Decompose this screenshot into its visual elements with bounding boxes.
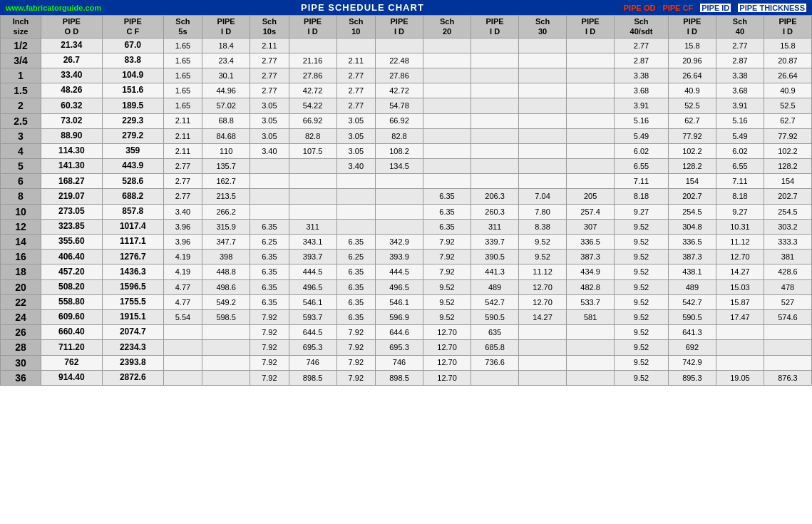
data-cell: 3.05 — [336, 128, 375, 143]
data-cell — [289, 174, 336, 189]
data-cell — [567, 340, 615, 355]
data-cell: 304.8 — [668, 219, 716, 234]
table-row: 6168.27528.62.77162.77.111547.11154 — [1, 174, 812, 189]
data-cell: 3.05 — [336, 143, 375, 158]
data-cell: 9.52 — [615, 355, 669, 370]
data-cell: 496.5 — [376, 279, 423, 294]
data-cell: 11.12 — [519, 264, 567, 279]
table-row: 22558.801755.54.77549.26.35546.16.35546.… — [1, 294, 812, 309]
pipe-cf-cell: 279.2 — [102, 128, 163, 143]
data-cell: 205 — [567, 189, 615, 204]
data-cell: 15.03 — [716, 279, 764, 294]
header-row: Inchsize PIPEO D PIPEC F Sch5s PIPEI D S… — [1, 16, 812, 38]
data-cell — [567, 159, 615, 174]
data-cell: 1.65 — [163, 68, 202, 83]
data-cell: 7.92 — [250, 340, 289, 355]
data-cell: 257.4 — [567, 204, 615, 219]
data-cell: 2.77 — [336, 98, 375, 113]
pipe-cf-label: PIPE CF — [662, 4, 693, 12]
data-cell: 20.96 — [668, 53, 716, 68]
data-cell: 18.4 — [202, 38, 250, 53]
data-cell: 3.40 — [250, 143, 289, 158]
data-cell: 3.40 — [163, 204, 202, 219]
data-cell: 311 — [471, 219, 519, 234]
data-cell: 496.5 — [289, 279, 336, 294]
data-cell — [250, 159, 289, 174]
data-cell: 444.5 — [289, 264, 336, 279]
header-sch-10s: Sch10s — [250, 16, 289, 38]
data-cell: 21.16 — [289, 53, 336, 68]
inch-cell: 22 — [1, 294, 41, 309]
data-cell: 303.2 — [764, 219, 811, 234]
data-cell: 549.2 — [202, 294, 250, 309]
pipe-cf-cell: 83.8 — [102, 53, 163, 68]
data-cell: 10.31 — [716, 219, 764, 234]
data-cell: 9.52 — [615, 370, 669, 385]
data-cell: 593.7 — [289, 309, 336, 324]
pipe-thickness-label: PIPE THICKNESS — [738, 4, 806, 12]
data-cell: 6.35 — [250, 294, 289, 309]
data-cell: 2.77 — [615, 38, 669, 53]
pipe-cf-cell: 2872.6 — [102, 370, 163, 385]
data-cell — [423, 143, 471, 158]
data-cell: 746 — [289, 355, 336, 370]
data-cell: 7.92 — [250, 370, 289, 385]
inch-cell: 1 — [1, 68, 41, 83]
data-cell: 3.05 — [250, 113, 289, 128]
data-cell: 6.35 — [423, 219, 471, 234]
data-cell — [519, 128, 567, 143]
data-cell: 6.35 — [336, 309, 375, 324]
table-row: 28711.202234.37.92695.37.92695.312.70685… — [1, 340, 812, 355]
top-bar: www.fabricatorguide.com PIPE SCHEDULE CH… — [0, 0, 812, 15]
data-cell: 574.6 — [764, 309, 811, 324]
data-cell: 489 — [668, 279, 716, 294]
data-cell: 260.3 — [471, 204, 519, 219]
pipe-cf-cell: 1755.5 — [102, 294, 163, 309]
data-cell: 202.7 — [764, 189, 811, 204]
data-cell: 12.70 — [423, 355, 471, 370]
inch-cell: 36 — [1, 370, 41, 385]
pipe-od-cell: 406.40 — [41, 250, 102, 264]
data-cell: 2.87 — [615, 53, 669, 68]
data-cell — [567, 68, 615, 83]
inch-cell: 16 — [1, 250, 41, 264]
data-cell: 542.7 — [668, 294, 716, 309]
data-cell: 441.3 — [471, 264, 519, 279]
pipe-cf-cell: 1596.5 — [102, 279, 163, 294]
data-cell — [250, 174, 289, 189]
pipe-cf-cell: 2393.8 — [102, 355, 163, 370]
pipe-cf-cell: 1017.4 — [102, 219, 163, 234]
header-pipe-id-10: PIPEI D — [376, 16, 423, 38]
data-cell — [567, 143, 615, 158]
data-cell: 12.70 — [519, 279, 567, 294]
data-cell: 6.02 — [716, 143, 764, 158]
data-cell — [163, 325, 202, 340]
data-cell: 154 — [668, 174, 716, 189]
pipe-cf-cell: 528.6 — [102, 174, 163, 189]
data-cell: 9.27 — [716, 204, 764, 219]
data-cell: 7.92 — [336, 325, 375, 340]
data-cell: 333.3 — [764, 235, 811, 250]
data-cell: 3.91 — [615, 98, 669, 113]
data-cell: 3.38 — [716, 68, 764, 83]
table-row: 8219.07688.22.77213.56.35206.37.042058.1… — [1, 189, 812, 204]
data-cell: 6.35 — [336, 264, 375, 279]
data-cell: 9.52 — [423, 294, 471, 309]
data-cell — [471, 38, 519, 53]
data-cell: 7.92 — [423, 250, 471, 264]
data-cell: 311 — [289, 219, 336, 234]
data-cell: 7.92 — [250, 309, 289, 324]
data-cell: 590.5 — [668, 309, 716, 324]
data-cell: 9.52 — [519, 235, 567, 250]
table-row: 26660.402074.77.92644.57.92644.612.70635… — [1, 325, 812, 340]
pipe-od-cell: 355.60 — [41, 235, 102, 250]
data-cell: 6.35 — [336, 235, 375, 250]
inch-cell: 1/2 — [1, 38, 41, 53]
data-cell: 1.65 — [163, 98, 202, 113]
data-cell — [423, 83, 471, 98]
pipe-od-cell: 323.85 — [41, 219, 102, 234]
data-cell: 3.96 — [163, 219, 202, 234]
site-url: www.fabricatorguide.com — [6, 4, 101, 12]
table-row: 2.573.02229.32.1168.83.0566.923.0566.925… — [1, 113, 812, 128]
data-cell — [163, 370, 202, 385]
